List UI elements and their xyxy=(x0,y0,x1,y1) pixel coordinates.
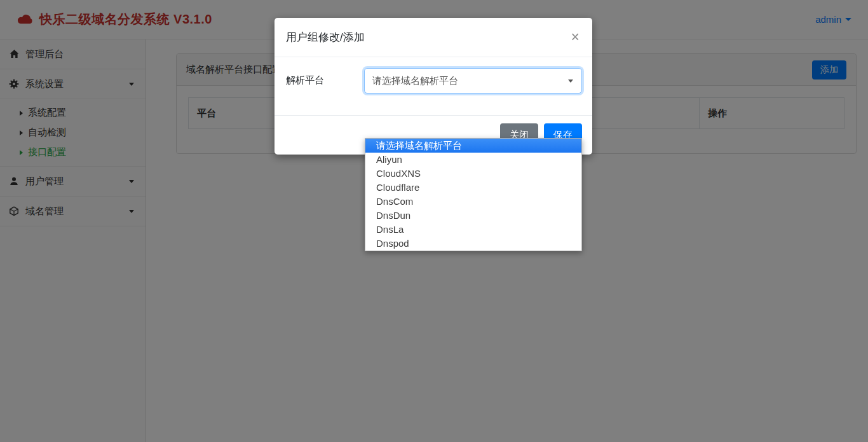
dropdown-option-placeholder[interactable]: 请选择域名解析平台 xyxy=(365,139,581,153)
dropdown-option-dnspod[interactable]: Dnspod xyxy=(365,237,581,251)
platform-select-value: 请选择域名解析平台 xyxy=(372,75,458,87)
close-icon[interactable]: × xyxy=(570,30,581,45)
dropdown-option-cloudxns[interactable]: CloudXNS xyxy=(365,167,581,181)
platform-select-dropdown: 请选择域名解析平台 Aliyun CloudXNS Cloudflare Dns… xyxy=(365,138,582,251)
modal-header: 用户组修改/添加 × xyxy=(275,18,592,57)
dropdown-option-dnsla[interactable]: DnsLa xyxy=(365,223,581,237)
user-group-modal: 用户组修改/添加 × 解析平台 请选择域名解析平台 关闭 保存 xyxy=(275,18,592,155)
modal-body: 解析平台 请选择域名解析平台 xyxy=(275,57,592,115)
select-caret-icon xyxy=(568,79,573,83)
platform-select[interactable]: 请选择域名解析平台 xyxy=(364,68,582,93)
dropdown-option-dnsdun[interactable]: DnsDun xyxy=(365,209,581,223)
dropdown-option-aliyun[interactable]: Aliyun xyxy=(365,153,581,167)
dropdown-option-cloudflare[interactable]: Cloudflare xyxy=(365,181,581,195)
dropdown-option-dnscom[interactable]: DnsCom xyxy=(365,195,581,209)
platform-field-label: 解析平台 xyxy=(286,68,364,115)
modal-title: 用户组修改/添加 xyxy=(286,30,365,45)
